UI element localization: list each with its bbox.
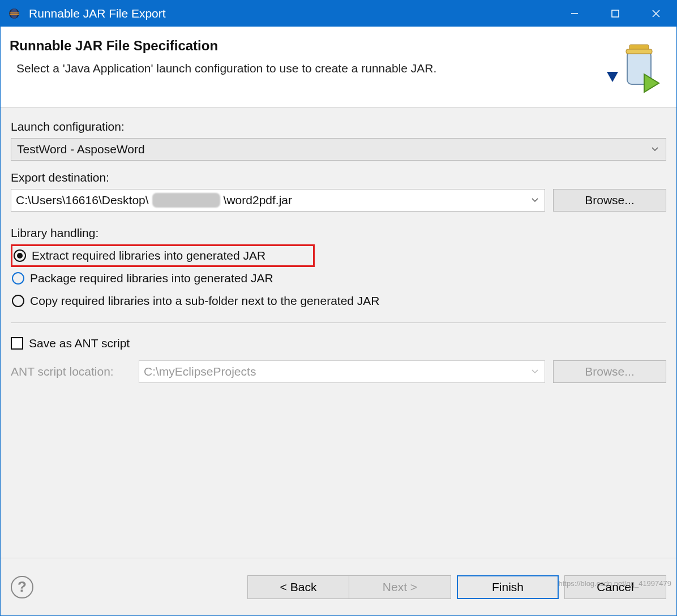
- svg-marker-8: [607, 72, 618, 82]
- radio-package-libraries[interactable]: Package required libraries into generate…: [11, 267, 666, 290]
- radio-icon: [14, 249, 26, 262]
- launch-config-label: Launch configuration:: [11, 120, 666, 133]
- radio-label: Copy required libraries into a sub-folde…: [30, 294, 380, 308]
- launch-config-value: TestWord - AsposeWord: [17, 143, 650, 156]
- radio-icon: [12, 295, 24, 307]
- browse-export-button[interactable]: Browse...: [553, 189, 666, 212]
- library-handling-label: Library handling:: [11, 226, 666, 240]
- close-button[interactable]: [636, 1, 676, 27]
- jar-export-icon: [601, 38, 663, 94]
- dialog-content: Launch configuration: TestWord - AsposeW…: [1, 107, 676, 558]
- window-controls: [554, 1, 676, 27]
- svg-rect-2: [10, 12, 19, 14]
- finish-button[interactable]: Finish: [457, 575, 559, 599]
- save-ant-checkbox-row[interactable]: Save as ANT script: [11, 333, 666, 354]
- radio-label: Extract required libraries into generate…: [32, 249, 265, 262]
- next-button: Next >: [349, 575, 451, 599]
- back-button[interactable]: < Back: [247, 575, 349, 599]
- titlebar: Runnable JAR File Export: [1, 1, 676, 27]
- chevron-down-icon: [530, 198, 540, 203]
- radio-label: Package required libraries into generate…: [30, 272, 273, 285]
- svg-rect-3: [10, 14, 19, 15]
- checkbox-icon: [11, 337, 23, 350]
- dialog-header: Runnable JAR File Specification Select a…: [1, 27, 676, 107]
- chevron-down-icon: [650, 147, 660, 152]
- page-subtitle: Select a 'Java Application' launch confi…: [16, 62, 601, 75]
- dialog-window: Runnable JAR File Export Runnable JAR Fi…: [0, 0, 677, 616]
- divider: [11, 322, 666, 323]
- export-path-prefix: C:\Users\16616\Desktop\: [16, 193, 149, 207]
- ant-location-label: ANT script location:: [11, 365, 131, 378]
- ant-location-value: C:\myEclipseProjects: [144, 365, 530, 378]
- minimize-button[interactable]: [554, 1, 595, 27]
- help-icon[interactable]: ?: [11, 576, 33, 598]
- export-dest-input[interactable]: C:\Users\16616\Desktop\ \word2pdf.jar: [11, 189, 545, 212]
- watermark: https://blog.csdn.net/qq_41997479: [559, 579, 672, 588]
- checkbox-label: Save as ANT script: [29, 337, 130, 350]
- svg-rect-5: [612, 10, 619, 17]
- window-title: Runnable JAR File Export: [29, 7, 554, 20]
- launch-config-combo[interactable]: TestWord - AsposeWord: [11, 138, 666, 161]
- eclipse-icon: [7, 7, 21, 20]
- browse-ant-button: Browse...: [553, 360, 666, 383]
- radio-copy-libraries[interactable]: Copy required libraries into a sub-folde…: [11, 290, 666, 312]
- chevron-down-icon: [530, 369, 540, 374]
- radio-extract-libraries[interactable]: Extract required libraries into generate…: [11, 244, 315, 267]
- svg-rect-11: [626, 49, 652, 54]
- redacted-segment: [152, 193, 220, 208]
- radio-icon: [12, 272, 24, 285]
- svg-point-1: [11, 8, 18, 19]
- ant-location-input: C:\myEclipseProjects: [139, 360, 545, 383]
- export-dest-label: Export destination:: [11, 171, 666, 184]
- page-title: Runnable JAR File Specification: [10, 38, 601, 54]
- export-path-suffix: \word2pdf.jar: [224, 193, 530, 207]
- maximize-button[interactable]: [595, 1, 636, 27]
